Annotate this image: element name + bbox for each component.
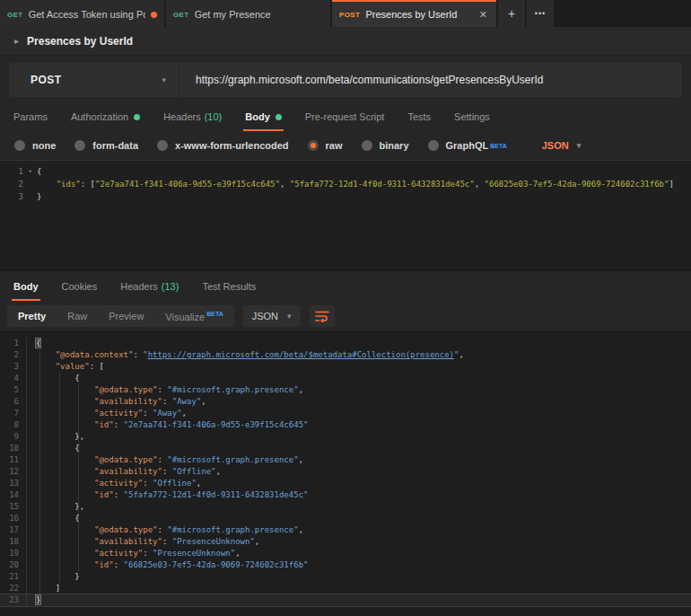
code-line: 20 "id": "66825e03-7ef5-42da-9069-724602… [0, 559, 691, 571]
code-line: 2 "ids": ["2e7aa741-f341-406a-9d55-e39f1… [0, 178, 691, 190]
line-number: 1 [0, 338, 27, 349]
code-line: 4 { [0, 373, 691, 384]
fold-spacer [23, 178, 37, 190]
method-select[interactable]: POST ▾ [9, 63, 179, 97]
code-line: 12 "availability": "Offline", [0, 466, 691, 478]
code-line: 18 "availability": "PresenceUnknown", [0, 536, 691, 548]
code-text: "@odata.type": "#microsoft.graph.presenc… [27, 384, 303, 396]
code-text: "@odata.type": "#microsoft.graph.presenc… [27, 524, 303, 536]
tab-title: Presences by UserId [365, 9, 457, 20]
chevron-down-icon: ▾ [577, 141, 582, 150]
response-tab-cookies[interactable]: Cookies [53, 271, 107, 301]
code-line: 23} [0, 594, 691, 606]
code-line: 5 "@odata.type": "#microsoft.graph.prese… [0, 384, 691, 396]
tab-settings[interactable]: Settings [445, 102, 499, 131]
radio-icon[interactable] [428, 140, 439, 151]
code-line: 3 "value": [ [0, 361, 691, 373]
view-pretty[interactable]: Pretty [7, 311, 57, 321]
tab-title: Get Access Token using Postma... [29, 9, 145, 20]
response-body-editor[interactable]: 1{2 "@odata.context": "https://graph.mic… [0, 331, 691, 616]
request-tab-get-access-token[interactable]: GET Get Access Token using Postma... [0, 0, 164, 27]
code-line: 21 } [0, 571, 691, 583]
code-line: 16 { [0, 513, 691, 524]
body-mode-form-data[interactable]: form-data [74, 140, 138, 151]
code-line: 1▾{ [0, 165, 691, 178]
tab-options-button[interactable]: ••• [527, 0, 554, 27]
code-text: "activity": "Offline", [27, 478, 201, 489]
request-tab-presences-by-userid[interactable]: POST Presences by UserId ✕ [332, 0, 496, 27]
expand-caret-icon[interactable]: ▸ [14, 36, 19, 46]
code-text: "id": "5fafa772-12d1-4f0d-9311-6432831de… [27, 489, 308, 501]
line-number: 7 [0, 408, 27, 419]
response-view-row: Pretty Raw Preview VisualizeBETA JSON ▾ [0, 301, 691, 331]
code-text: { [37, 165, 41, 178]
code-line: 22 ] [0, 583, 691, 594]
line-number: 13 [0, 478, 27, 489]
line-number: 10 [0, 443, 27, 454]
response-tab-body[interactable]: Body [4, 271, 48, 301]
tab-bar: GET Get Access Token using Postma... GET… [0, 0, 691, 27]
line-number: 11 [0, 454, 27, 466]
code-text: "activity": "Away", [27, 408, 187, 419]
body-mode-graphql[interactable]: GraphQL BETA [428, 140, 507, 151]
request-tab-get-my-presence[interactable]: GET Get my Presence [166, 0, 330, 27]
body-language-select[interactable]: JSON ▾ [542, 140, 582, 151]
tab-body[interactable]: Body [236, 102, 291, 131]
code-text: "availability": "Offline", [27, 466, 221, 478]
view-visualize[interactable]: VisualizeBETA [154, 311, 233, 322]
new-tab-button[interactable]: + [498, 0, 525, 27]
radio-selected-icon[interactable] [308, 140, 319, 151]
response-tab-test-results[interactable]: Test Results [193, 271, 265, 301]
line-number: 21 [0, 571, 27, 583]
wrap-text-icon [315, 310, 329, 322]
tab-tests[interactable]: Tests [398, 102, 440, 131]
code-text: "availability": "Away", [27, 396, 206, 408]
code-text: "id": "66825e03-7ef5-42da-9069-724602c31… [27, 559, 308, 571]
radio-icon[interactable] [157, 140, 168, 151]
tab-pre-request-script[interactable]: Pre-request Script [296, 102, 394, 131]
code-line: 13 "activity": "Offline", [0, 478, 691, 489]
radio-icon[interactable] [74, 140, 85, 151]
code-text: "ids": ["2e7aa741-f341-406a-9d55-e39f15c… [37, 178, 674, 190]
radio-icon[interactable] [362, 140, 372, 151]
code-text: { [27, 513, 80, 524]
response-tabs: Body Cookies Headers(13) Test Results [0, 270, 691, 301]
page-title: Presences by UserId [27, 35, 133, 48]
url-text: https://graph.microsoft.com/beta/communi… [196, 74, 544, 86]
body-mode-binary[interactable]: binary [362, 140, 409, 151]
code-line: 9 }, [0, 431, 691, 443]
beta-badge: BETA [206, 311, 223, 317]
method-select-value: POST [31, 74, 62, 86]
code-line: 10 { [0, 443, 691, 454]
close-tab-icon[interactable]: ✕ [477, 9, 489, 21]
view-preview[interactable]: Preview [98, 311, 154, 321]
response-language-select[interactable]: JSON ▾ [243, 305, 301, 327]
tab-title: Get my Presence [195, 9, 271, 20]
code-line: 2 "@odata.context": "https://graph.micro… [0, 349, 691, 361]
request-body-editor[interactable]: 1▾{2 "ids": ["2e7aa741-f341-406a-9d55-e3… [0, 160, 691, 270]
body-mode-raw[interactable]: raw [308, 140, 343, 151]
wrap-text-button[interactable] [310, 305, 335, 327]
code-line: 17 "@odata.type": "#microsoft.graph.pres… [0, 524, 691, 536]
tab-headers[interactable]: Headers(10) [154, 102, 231, 131]
postman-app: GET Get Access Token using Postma... GET… [0, 0, 691, 616]
response-headers-count: (13) [162, 281, 179, 292]
tab-authorization[interactable]: Authorization [62, 102, 149, 131]
tab-params[interactable]: Params [4, 102, 57, 131]
code-text: "activity": "PresenceUnknown", [27, 548, 241, 559]
radio-icon[interactable] [14, 140, 25, 151]
response-tab-headers[interactable]: Headers(13) [111, 271, 188, 301]
method-badge-get: GET [173, 11, 189, 19]
fold-caret-icon[interactable]: ▾ [23, 165, 37, 178]
code-line: 19 "activity": "PresenceUnknown", [0, 548, 691, 559]
response-view-group: Pretty Raw Preview VisualizeBETA [7, 305, 234, 327]
code-text: "value": [ [27, 361, 104, 373]
method-badge-get: GET [7, 11, 23, 19]
chevron-down-icon: ▾ [287, 312, 292, 321]
code-text: "id": "2e7aa741-f341-406a-9d55-e39f15c4c… [27, 419, 308, 431]
line-number: 1 [0, 165, 23, 178]
body-mode-x-www-form-urlencoded[interactable]: x-www-form-urlencoded [157, 140, 289, 151]
url-input[interactable]: https://graph.microsoft.com/beta/communi… [179, 63, 682, 97]
view-raw[interactable]: Raw [57, 311, 98, 321]
body-mode-none[interactable]: none [14, 140, 56, 151]
